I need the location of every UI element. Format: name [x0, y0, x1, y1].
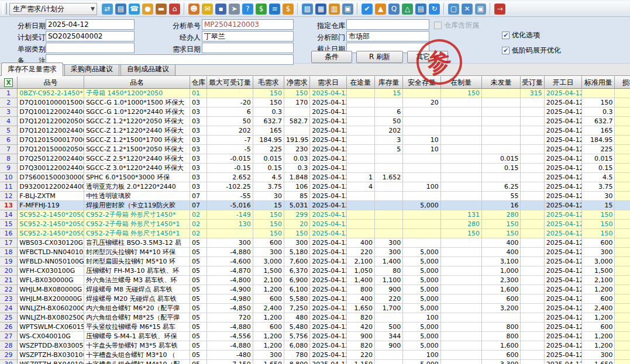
cell — [347, 145, 375, 154]
cell: 05 — [190, 323, 207, 332]
payroll-icon[interactable]: $ — [283, 4, 294, 15]
column-header[interactable]: 净需求 — [284, 76, 310, 89]
table-row[interactable]: 3D7Q1001220024400GSGCC-G 1.0*1220*2440 环… — [0, 108, 630, 117]
column-header[interactable]: 毛需求 — [253, 76, 284, 89]
column-header[interactable]: 库存量 — [375, 76, 403, 89]
cell: 1,650 — [253, 360, 284, 364]
table-row[interactable]: 16SC952-2-1450*2050-1C952-2子母箱 外形尺寸1450*… — [0, 229, 630, 238]
report-icon[interactable]: ▧ — [302, 4, 313, 15]
column-header[interactable]: 仓库 — [190, 76, 207, 89]
table-row[interactable]: 2D7Q1001000015000GSGCC-G 1.0*1000*1500 环… — [0, 98, 630, 108]
table-row[interactable]: 4D7Q1201220020500GSGCC-Z 1.2*1220*2050 环… — [0, 117, 630, 126]
table-row[interactable]: 30WSZPTZH-BX040100G十字槽盘头组合螺钉 M4*10（配05-7… — [0, 360, 630, 364]
computer-icon[interactable]: ▤ — [115, 4, 126, 15]
briefcase-icon[interactable]: ▬ — [156, 4, 167, 15]
warehouse-field[interactable] — [346, 19, 429, 30]
column-header[interactable]: 未发量 — [482, 76, 521, 89]
tab-1[interactable]: 库存不足量需求 — [1, 63, 63, 76]
cart-icon[interactable]: ≡ — [269, 4, 280, 15]
alert-icon[interactable]: ▲ — [375, 4, 386, 15]
lock-icon[interactable]: ● — [142, 4, 153, 15]
table-row[interactable]: 23WHJLM-BX200000G焊接螺母 M20 无碰焊点 易车铁05-4,9… — [0, 294, 630, 304]
column-header[interactable]: 最大可受订量 — [207, 76, 253, 89]
window-icon[interactable]: ▢ — [448, 4, 459, 15]
column-header[interactable]: 品名 — [84, 76, 190, 89]
cell: 05 — [190, 341, 207, 351]
table-row[interactable]: 27WS-CX040010G压铆螺母 S-M4-1 易车铁、环保05-4,556… — [0, 332, 630, 341]
export-header-cell[interactable]: X — [0, 76, 18, 89]
table-row[interactable]: 15SC952-2-1450*2050-1C952-2子母箱 外形尺寸1450*… — [0, 220, 630, 229]
home-icon[interactable]: ⌂ — [169, 4, 180, 15]
low-code-checkbox[interactable]: ✔ 低阶码展开优化 — [502, 46, 561, 56]
optimize-checkbox[interactable]: ✔ 优化选项 — [502, 30, 540, 40]
monitor-cursor-icon[interactable]: ▤ — [415, 4, 426, 15]
users-icon[interactable]: ☻ — [188, 4, 199, 15]
archive-icon[interactable]: ▥ — [329, 4, 340, 15]
refresh-button[interactable]: R 刷新 — [356, 51, 403, 63]
column-header[interactable]: 品号 — [18, 76, 84, 89]
table-row[interactable]: 11D932001220024400G透明亚克力板 2.0*1220*24400… — [0, 182, 630, 192]
table-row[interactable]: 10BZY-C952-2-1450*20子母箱 1450*1200*205001… — [0, 89, 630, 98]
table-row[interactable]: 5D7Q1201220024400GSGCC-Z 1.2*1220*2440 环… — [0, 126, 630, 136]
analysis-no-field[interactable] — [202, 19, 294, 30]
plan-order-field[interactable] — [46, 31, 135, 41]
toolbar-grip[interactable] — [2, 3, 7, 15]
analysis-date-field[interactable] — [46, 19, 135, 30]
module-dropdown[interactable]: 生产需求/计划分 ▼ — [9, 3, 97, 15]
table-row[interactable]: 22WHJLM-BX080000G焊接螺母 M8 无碰焊点 易车铁05-4,90… — [0, 285, 630, 294]
refresh-icon[interactable]: ↻ — [429, 4, 440, 15]
excel-export-icon[interactable]: X — [4, 78, 13, 87]
row-number-cell: 9 — [0, 164, 18, 173]
table-row[interactable]: 19WFBLD-NN050100G封闭型扁圆头拉铆钉 M5*10 环05-4,6… — [0, 257, 630, 266]
cell: -0.15 — [207, 164, 253, 173]
transfer-icon[interactable]: ⇄ — [102, 4, 113, 15]
cell: 5,000 — [403, 248, 440, 257]
table-row[interactable]: 29WSZPTZH-BX030100G十字槽盘头组合螺钉 M3*10 （05-4… — [0, 351, 630, 360]
search-doc-icon[interactable]: Q — [388, 4, 400, 15]
demand-date-field[interactable] — [202, 43, 294, 53]
table-row[interactable]: 6D7Q1201500017000GSGCC-Z 1.2*1500*1700 环… — [0, 136, 630, 145]
table-row[interactable]: 21WFL-BX030000G外六角法兰螺母 M3 易车铁、环05-4,8002… — [0, 276, 630, 285]
table-row[interactable]: 10D7S6001500030000GSPHC 6.0*1500*3000 环保… — [0, 173, 630, 182]
table-row[interactable]: 28WSZPTDD-BX030050G十字盘头带垫螺钉 M3*5 易车铁05-4… — [0, 341, 630, 351]
table-row[interactable]: 7D7Q1201500020500GSGCC-Z 1.2*1500*2050 环… — [0, 145, 630, 154]
table-row[interactable]: 17WBS03-CX030120G盲孔压铆螺柱 BSO-3.5M3-12 易05… — [0, 238, 630, 248]
handler-field[interactable] — [202, 31, 294, 41]
help-icon[interactable]: ? — [242, 4, 253, 15]
mail-icon[interactable]: ✉ — [202, 4, 213, 15]
dept-field[interactable] — [346, 31, 429, 41]
card-icon[interactable]: ▪ — [215, 4, 226, 15]
remark-field[interactable] — [46, 54, 294, 65]
network-icon[interactable]: △ — [402, 4, 413, 15]
phone-icon[interactable]: ☎ — [129, 4, 140, 15]
column-header[interactable]: 标准用量 — [582, 76, 615, 89]
table-row[interactable]: 14SC952-2-1450*2050-1C952-2子母箱 外形尺寸1450*… — [0, 210, 630, 220]
close-icon[interactable]: ✕ — [462, 4, 473, 15]
column-header[interactable]: 损耗量 — [615, 76, 630, 89]
key-icon[interactable]: ➤ — [229, 4, 240, 15]
condition-button[interactable]: 条件 — [311, 51, 352, 63]
cell: -4,556 — [207, 332, 253, 341]
table-row[interactable]: 18WFBCTLD-NN040100G封闭型沉头拉铆钉 M4*10 环保05-4… — [0, 248, 630, 257]
approve-icon[interactable]: ✔ — [362, 4, 373, 15]
copy-icon[interactable]: ▣ — [342, 4, 353, 15]
column-header[interactable]: 在途量 — [347, 76, 375, 89]
table-row[interactable]: 26WPTSWLM-CX060150G平头竖纹拉铆螺母 M6*15 易车05-4… — [0, 323, 630, 332]
table-row[interactable]: 24WNLJZH-BX060200G内六角组合螺钉 M6*20（配平弹05-4,… — [0, 304, 630, 313]
table-row[interactable]: 12F-BLJ-ZXTM中性透明玻璃胶07-5530852025-04-1255… — [0, 192, 630, 201]
exit-icon[interactable]: → — [494, 4, 505, 15]
doc-type-field[interactable] — [46, 43, 135, 53]
cascade-icon[interactable]: ▣ — [475, 4, 486, 15]
table-row[interactable]: 8D7Q2501220024400GSGCC-Z 2.5*1220*2440 环… — [0, 154, 630, 164]
cell — [347, 98, 375, 108]
table-row[interactable]: 9D7Q3001220024400GSGCC-Z 3.0*1220*2440 环… — [0, 164, 630, 173]
table-row[interactable]: 20WFH-CX030100G压铆螺钉 FH-M3-10 易车铁、环05-4,8… — [0, 266, 630, 276]
column-header[interactable]: 需求日 — [310, 76, 346, 89]
cell: 600 — [582, 238, 615, 248]
money-icon[interactable]: $ — [256, 4, 267, 15]
calculator-icon[interactable]: ▦ — [315, 4, 326, 15]
column-header[interactable]: 开工日 — [545, 76, 582, 89]
column-header[interactable]: 受订量 — [521, 76, 544, 89]
table-row[interactable]: 25WNLJZH-BX080250G内六角组合螺钉 M8*25（配平弹05720… — [0, 313, 630, 323]
table-row[interactable]: 13F-MFFHJ-119焊接用密封胶（卡立119防火胶07-5,016155,… — [0, 201, 630, 210]
